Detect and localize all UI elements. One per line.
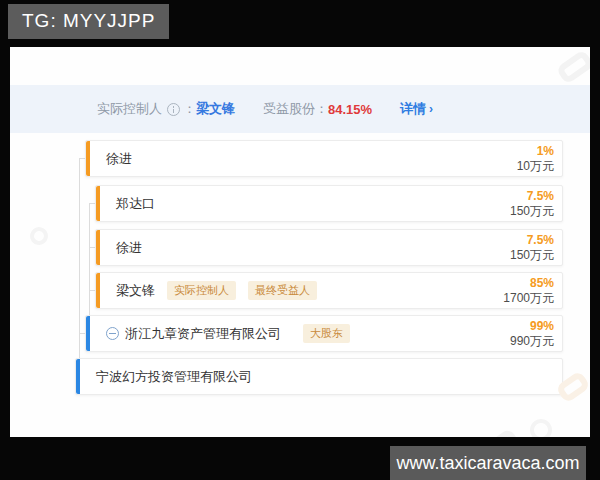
capital-amount: 150万元 xyxy=(510,204,554,219)
shareholder-row[interactable]: 徐进 7.5% 150万元 xyxy=(95,229,563,266)
info-icon[interactable] xyxy=(167,103,180,116)
shareholder-row[interactable]: 梁文锋 实际控制人 最终受益人 85% 1700万元 xyxy=(95,272,563,309)
row-accent-bar xyxy=(86,316,90,351)
shareholder-name: 浙江九章资产管理有限公司 xyxy=(125,325,281,343)
capital-amount: 150万元 xyxy=(510,248,554,263)
row-accent-bar xyxy=(96,230,100,265)
shares-label: 受益股份： xyxy=(263,100,328,118)
tag-ultimate-beneficiary: 最终受益人 xyxy=(248,281,317,300)
tree-connector-line xyxy=(89,203,90,315)
capital-amount: 1700万元 xyxy=(503,291,554,306)
share-percent: 7.5% xyxy=(510,233,554,248)
row-accent-bar xyxy=(76,359,80,394)
chevron-right-icon: › xyxy=(429,102,433,116)
company-name: 宁波幻方投资管理有限公司 xyxy=(96,368,252,386)
watermark xyxy=(555,49,590,85)
shareholder-row[interactable]: 徐进 1% 10万元 xyxy=(85,140,563,177)
tag-actual-controller: 实际控制人 xyxy=(167,281,236,300)
share-percent: 99% xyxy=(510,319,554,334)
controller-label: 实际控制人 xyxy=(97,100,162,118)
capital-amount: 990万元 xyxy=(510,334,554,349)
controller-colon: ： xyxy=(183,100,196,118)
details-link[interactable]: 详情 › xyxy=(400,100,433,118)
tree-connector-line xyxy=(79,158,80,358)
subject-company-row[interactable]: 宁波幻方投资管理有限公司 xyxy=(75,358,563,395)
capital-amount: 10万元 xyxy=(517,159,554,174)
controller-header-band: 实际控制人 ： 梁文锋 受益股份： 84.15% 详情 › xyxy=(10,85,590,133)
tag-major-shareholder: 大股东 xyxy=(303,324,350,343)
shares-value: 84.15% xyxy=(328,102,372,117)
site-watermark-badge: www.taxicaravaca.com xyxy=(390,446,586,480)
shareholder-name: 徐进 xyxy=(106,150,132,168)
shareholder-row[interactable]: 浙江九章资产管理有限公司 大股东 99% 990万元 xyxy=(85,315,563,352)
shareholder-name: 梁文锋 xyxy=(116,282,155,300)
ownership-panel: 实际控制人 ： 梁文锋 受益股份： 84.15% 详情 › 徐进 1% 10万元 xyxy=(10,47,590,437)
tg-watermark-badge: TG: MYYJJPP xyxy=(8,4,169,39)
watermark xyxy=(526,415,557,437)
row-accent-bar xyxy=(86,141,90,176)
watermark xyxy=(477,428,524,437)
share-percent: 7.5% xyxy=(510,189,554,204)
watermark xyxy=(26,223,51,248)
row-accent-bar xyxy=(96,273,100,308)
share-percent: 1% xyxy=(517,144,554,159)
shareholder-name: 徐进 xyxy=(116,239,142,257)
collapse-minus-icon[interactable] xyxy=(106,327,119,340)
row-accent-bar xyxy=(96,186,100,221)
controller-name-link[interactable]: 梁文锋 xyxy=(196,100,235,118)
shareholder-name: 郑达口 xyxy=(116,195,155,213)
shareholder-row[interactable]: 郑达口 7.5% 150万元 xyxy=(95,185,563,222)
details-label: 详情 xyxy=(400,100,426,118)
share-percent: 85% xyxy=(503,276,554,291)
